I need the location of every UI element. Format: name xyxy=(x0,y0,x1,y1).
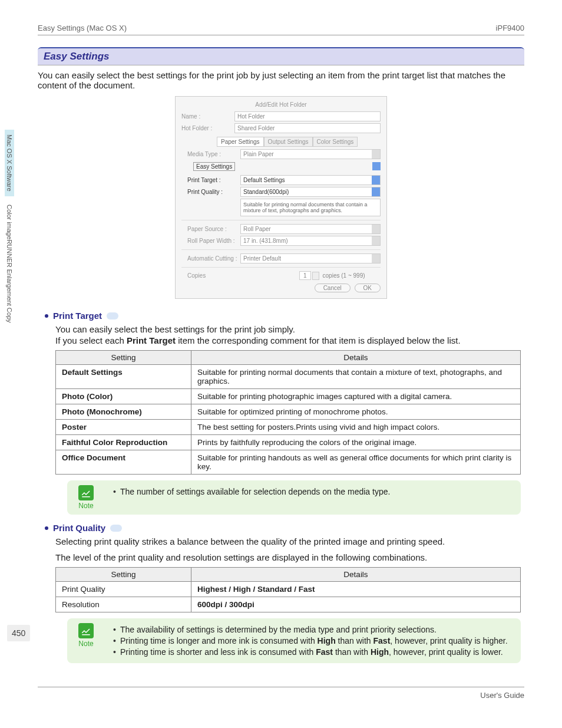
printtarget-select[interactable]: Default Settings xyxy=(240,175,381,185)
tab-output-settings[interactable]: Output Settings xyxy=(264,137,313,147)
page-header: Easy Settings (Mac OS X) iPF9400 xyxy=(38,24,524,35)
copies-value[interactable]: 1 xyxy=(299,271,311,280)
note-text: Printing time is longer and more ink is … xyxy=(113,636,508,645)
papersource-label: Paper Source : xyxy=(187,226,240,232)
table-row: Office DocumentSuitable for printing han… xyxy=(56,450,521,475)
print-target-table: Setting Details Default SettingsSuitable… xyxy=(55,350,521,475)
footer: User's Guide xyxy=(38,687,524,700)
bullet-icon xyxy=(45,526,48,530)
name-label: Name : xyxy=(181,113,234,120)
table-row: Print QualityHighest / High / Standard /… xyxy=(56,582,521,597)
header-right: iPF9400 xyxy=(496,24,524,32)
side-tab-software[interactable]: Mac OS X Software xyxy=(5,130,14,196)
th-details: Details xyxy=(191,568,521,582)
main-heading: Easy Settings xyxy=(38,48,524,65)
dialog-screenshot: Add/Edit Hot Folder Name : Hot Folder Ho… xyxy=(175,96,387,299)
name-field[interactable]: Hot Folder xyxy=(234,111,381,121)
th-details: Details xyxy=(191,351,521,365)
printquality-label: Print Quality : xyxy=(187,189,240,195)
note-box-2: Note The availability of settings is det… xyxy=(67,618,521,663)
rollwidth-label: Roll Paper Width : xyxy=(187,238,240,244)
hotfolder-field[interactable]: Shared Folder xyxy=(234,123,381,133)
table-row: PosterThe best setting for posters.Print… xyxy=(56,420,521,435)
easy-settings-toggle[interactable]: Easy Settings xyxy=(193,162,235,171)
dialog-tabs: Paper Settings Output Settings Color Set… xyxy=(217,137,381,147)
papersource-select[interactable]: Roll Paper xyxy=(240,224,381,234)
side-tab-enlargement[interactable]: Color imageRUNNER Enlargement Copy xyxy=(5,200,14,328)
note-icon xyxy=(78,623,94,638)
autocut-select[interactable]: Printer Default xyxy=(240,253,381,263)
copies-label: Copies xyxy=(187,272,240,279)
cancel-button[interactable]: Cancel xyxy=(315,284,351,292)
quality-description: Suitable for printing normal documents t… xyxy=(240,199,381,216)
mediatype-select[interactable]: Plain Paper xyxy=(240,149,381,159)
tab-paper-settings[interactable]: Paper Settings xyxy=(217,137,264,147)
table-row: Photo (Monochrome)Suitable for optimized… xyxy=(56,404,521,420)
printtarget-label: Print Target : xyxy=(187,177,240,183)
autocut-label: Automatic Cutting : xyxy=(187,255,240,262)
note-label: Note xyxy=(74,502,98,510)
print-target-heading-text: Print Target xyxy=(53,311,102,321)
print-target-p2: If you select each Print Target item the… xyxy=(55,335,524,345)
th-setting: Setting xyxy=(56,568,191,582)
copies-range: copies (1 ~ 999) xyxy=(323,272,365,279)
print-quality-table: Setting Details Print QualityHighest / H… xyxy=(55,567,521,612)
note-label: Note xyxy=(74,640,98,648)
heading-decoration xyxy=(107,312,118,319)
note-text: The availability of settings is determin… xyxy=(113,625,508,634)
dialog-title: Add/Edit Hot Folder xyxy=(181,101,381,108)
mediatype-label: Media Type : xyxy=(187,151,240,157)
note-text: The number of settings available for sel… xyxy=(113,487,390,496)
print-target-p1: You can easily select the best settings … xyxy=(55,324,524,334)
note-text: Printing time is shorter and less ink is… xyxy=(113,647,508,657)
th-setting: Setting xyxy=(56,351,191,365)
note-box-1: Note The number of settings available fo… xyxy=(67,480,521,515)
hotfolder-label: Hot Folder : xyxy=(181,125,234,131)
heading-decoration xyxy=(110,525,122,532)
print-target-heading: Print Target xyxy=(45,311,524,321)
print-quality-heading-text: Print Quality xyxy=(53,523,105,533)
header-left: Easy Settings (Mac OS X) xyxy=(38,24,127,32)
printquality-select[interactable]: Standard(600dpi) xyxy=(240,187,381,197)
print-quality-heading: Print Quality xyxy=(45,523,524,533)
ok-button[interactable]: OK xyxy=(355,284,381,292)
table-row: Default SettingsSuitable for printing no… xyxy=(56,365,521,389)
rollwidth-select[interactable]: 17 in. (431.8mm) xyxy=(240,236,381,246)
page-number: 450 xyxy=(7,625,30,641)
copies-stepper[interactable] xyxy=(312,272,319,280)
table-row: Photo (Color)Suitable for printing photo… xyxy=(56,389,521,404)
intro-paragraph: You can easily select the best settings … xyxy=(38,70,524,90)
table-row: Resolution600dpi / 300dpi xyxy=(56,597,521,612)
note-icon xyxy=(78,485,94,500)
side-navigation: Mac OS X Software Color imageRUNNER Enla… xyxy=(5,130,18,331)
tab-color-settings[interactable]: Color Settings xyxy=(313,137,358,147)
print-quality-p1: Selecting print quality strikes a balanc… xyxy=(55,536,524,546)
table-row: Faithful Color ReproductionPrints by fai… xyxy=(56,435,521,450)
print-quality-p2: The level of the print quality and resol… xyxy=(55,552,524,562)
bullet-icon xyxy=(45,314,48,318)
main-heading-container: Easy Settings xyxy=(38,47,524,65)
